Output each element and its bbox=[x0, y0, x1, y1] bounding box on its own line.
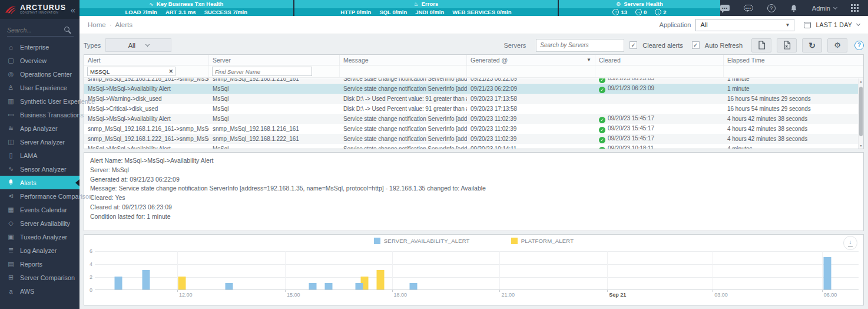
sidebar-item-sensor-analyzer[interactable]: ∿Sensor Analyzer bbox=[0, 162, 79, 176]
column-header-elapsed-time[interactable]: Elapsed Time bbox=[724, 55, 863, 65]
alert-filter-input[interactable] bbox=[87, 67, 175, 76]
sidebar-item-operations-center[interactable]: ◎Operations Center bbox=[0, 67, 79, 81]
auto-refresh-checkbox[interactable]: ✓ bbox=[692, 41, 700, 49]
scroll-up-icon[interactable]: ▲ bbox=[859, 80, 863, 83]
sidebar-item-app-analyzer[interactable]: ≋App Analyzer bbox=[0, 121, 79, 135]
sidebar-item-label: Events Calendar bbox=[20, 206, 67, 213]
application-select[interactable]: All ▼ bbox=[695, 19, 794, 31]
sidebar-item-log-analyzer[interactable]: ≣Log Analyzer bbox=[0, 244, 79, 257]
line-chart-icon: ∿ bbox=[149, 1, 154, 7]
chat-outline-icon[interactable]: ••• bbox=[744, 5, 753, 11]
admin-menu[interactable]: Admin bbox=[812, 5, 837, 12]
enterprise-icon: ⌂ bbox=[7, 44, 15, 51]
bell-icon[interactable] bbox=[790, 4, 798, 12]
app-logo: ARCTURUS CONSTANT INNOVATION « bbox=[0, 0, 79, 19]
types-select[interactable]: All bbox=[105, 38, 171, 52]
chevron-down-icon[interactable] bbox=[856, 22, 860, 26]
clear-filter-icon[interactable]: ✕ bbox=[168, 68, 173, 74]
sidebar-item-label: Performance Comparison bbox=[20, 193, 92, 200]
sidebar-item-synthetic-user-experience[interactable]: ▥Synthetic User Experience bbox=[0, 94, 79, 108]
cleared-alerts-checkbox[interactable]: ✓ bbox=[630, 41, 637, 49]
kpi-stats: HTTP 0/minSQL 0/minJNDI 0/minWEB SERVICE… bbox=[294, 8, 558, 17]
export-pdf-button[interactable] bbox=[751, 38, 771, 52]
kpi-errors[interactable]: ♨Errors HTTP 0/minSQL 0/minJNDI 0/minWEB… bbox=[293, 0, 558, 16]
sidebar-collapse-button[interactable]: « bbox=[71, 5, 75, 14]
column-header-alert[interactable]: Alert bbox=[84, 55, 209, 65]
apps-grid-icon[interactable] bbox=[851, 4, 853, 6]
table-row[interactable]: MsSql->MsSql->Availability AlertMsSqlSer… bbox=[84, 84, 858, 94]
table-row[interactable]: snmp_MsSql_192.168.1.222_161->snmp_MsSql… bbox=[84, 134, 858, 144]
table-scrollbar[interactable]: ▲ ▼ bbox=[858, 78, 863, 149]
column-label: Alert bbox=[88, 57, 101, 64]
export-excel-button[interactable] bbox=[777, 38, 797, 52]
events-calendar-icon: ▦ bbox=[7, 206, 15, 213]
kpi-servers-health[interactable]: ⚙Servers Health ↑13→0↓2 bbox=[558, 0, 720, 16]
sidebar-item-server-analyzer[interactable]: ◫Server Analyzer bbox=[0, 135, 79, 149]
log-analyzer-icon: ≣ bbox=[7, 246, 15, 254]
breadcrumb-separator: · bbox=[110, 21, 112, 28]
table-row[interactable]: MsSql->MsSql->Availability AlertMsSqlSer… bbox=[84, 144, 858, 149]
column-header-server[interactable]: Server bbox=[209, 55, 340, 65]
sidebar-item-business-transactions[interactable]: ▭Business Transactions bbox=[0, 108, 79, 121]
x-tick-label: 12:00 bbox=[179, 292, 193, 298]
lama-icon: ▯ bbox=[7, 152, 15, 159]
breadcrumb-bar: Home · Alerts Application All ▼ LAST 1 D… bbox=[79, 16, 868, 34]
alerts-table: AlertServerMessageGenerated @▼ClearedEla… bbox=[84, 54, 864, 149]
sidebar-item-label: Alerts bbox=[20, 179, 37, 186]
cell-elapsed: 4 minutes bbox=[724, 146, 858, 149]
page-help-icon[interactable]: ? bbox=[854, 41, 864, 50]
sidebar-item-lama[interactable]: ▯LAMA bbox=[0, 149, 79, 162]
column-header-cleared[interactable]: Cleared bbox=[595, 55, 724, 65]
server-filter-input[interactable] bbox=[212, 67, 312, 76]
chart-plot: 024612:0015:0018:0021:00Sep 2103:0006:00 bbox=[95, 251, 859, 290]
y-tick-label: 4 bbox=[87, 261, 92, 267]
chart-download-button[interactable]: ↓ bbox=[843, 236, 857, 250]
legend-item-server-availability-alert[interactable]: SERVER_AVAILABILITY_ALERT bbox=[374, 238, 470, 244]
sidebar-item-label: App Analyzer bbox=[20, 125, 58, 132]
cell-alert: MsSql->MsSql->Availability Alert bbox=[84, 116, 209, 122]
cell-alert: MsSql->Critical->disk_used bbox=[84, 106, 209, 112]
table-row[interactable]: MsSql->Warning->disk_usedMsSqlDisk D:\ -… bbox=[84, 94, 858, 104]
calendar-icon[interactable] bbox=[804, 22, 811, 28]
sidebar-item-events-calendar[interactable]: ▦Events Calendar bbox=[0, 203, 79, 216]
column-header-message[interactable]: Message bbox=[340, 55, 467, 65]
sidebar-item-tuxedo-analyzer[interactable]: ▣Tuxedo Analyzer bbox=[0, 230, 79, 244]
sidebar-item-label: Server Comparison bbox=[20, 274, 75, 281]
cell-generated: 09/20/23 17:13:58 bbox=[467, 106, 595, 112]
table-row[interactable]: MsSql->MsSql->Availability AlertMsSqlSer… bbox=[84, 114, 858, 124]
y-gridline bbox=[95, 264, 859, 265]
servers-search-input[interactable] bbox=[536, 39, 624, 52]
sensor-analyzer-icon: ∿ bbox=[7, 165, 15, 173]
flame-icon: ♨ bbox=[414, 1, 419, 7]
kpi-stat: ART 3.1 ms bbox=[165, 9, 196, 15]
legend-item-platform-alert[interactable]: PLATFORM_ALERT bbox=[511, 238, 574, 244]
sidebar-item-reports[interactable]: ▤Reports bbox=[0, 257, 79, 271]
help-icon[interactable]: ? bbox=[767, 4, 776, 12]
table-row[interactable]: snmp_MsSql_192.168.1.216_161->snmp_MsSql… bbox=[84, 78, 858, 84]
cell-message: Disk D:\ -> Used Percent value: 91 great… bbox=[340, 106, 467, 112]
refresh-button[interactable]: ↻ bbox=[802, 38, 822, 52]
column-header-generated[interactable]: Generated @▼ bbox=[467, 55, 595, 65]
scrollbar-thumb[interactable] bbox=[859, 87, 863, 136]
cell-message: Service state change notification Server… bbox=[340, 78, 467, 82]
breadcrumb-home[interactable]: Home bbox=[88, 21, 106, 28]
sidebar-item-alerts[interactable]: Alerts bbox=[0, 176, 79, 189]
scroll-down-icon[interactable]: ▼ bbox=[859, 144, 863, 147]
table-row[interactable]: MsSql->Critical->disk_usedMsSqlDisk D:\ … bbox=[84, 104, 858, 114]
time-range-select[interactable]: LAST 1 DAY bbox=[816, 21, 852, 28]
sidebar-item-enterprise[interactable]: ⌂Enterprise bbox=[0, 40, 79, 54]
settings-button[interactable]: ⚙ bbox=[827, 38, 847, 52]
sidebar-item-user-experience[interactable]: ♙User Experience bbox=[0, 81, 79, 94]
search-icon[interactable] bbox=[64, 26, 71, 34]
sidebar-item-aws[interactable]: aAWS bbox=[0, 284, 79, 298]
detail-line: Cleared at: 09/21/23 06:23:09 bbox=[90, 203, 857, 212]
chat-filled-icon[interactable]: ••• bbox=[720, 5, 730, 11]
sidebar-item-overview[interactable]: ▢Overview bbox=[0, 54, 79, 67]
chart-bar-server-availability-alert bbox=[409, 283, 417, 290]
sidebar-item-server-comparison[interactable]: ⊞Server Comparison bbox=[0, 271, 79, 284]
sidebar-item-server-availability[interactable]: ◇Server Availability bbox=[0, 216, 79, 230]
kpi-key-business-txn-health[interactable]: ∿Key Business Txn Health LOAD 7/minART 3… bbox=[79, 0, 293, 16]
table-row[interactable]: snmp_MsSql_192.168.1.216_161->snmp_MsSql… bbox=[84, 124, 858, 134]
search-input[interactable] bbox=[7, 27, 64, 34]
sidebar-item-performance-comparison[interactable]: ⊲Performance Comparison bbox=[0, 189, 79, 203]
